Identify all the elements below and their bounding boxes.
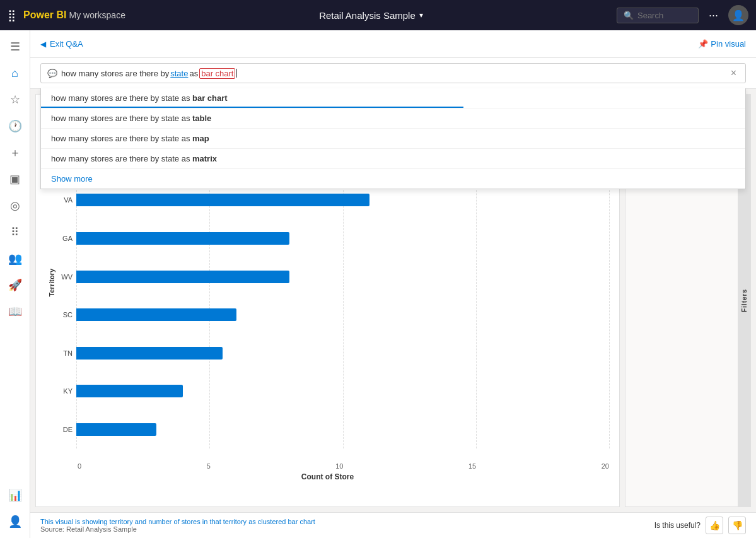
x-tick-3: 15 [468,462,476,470]
favorites-icon[interactable]: ☆ [4,88,26,111]
qa-input-wrapper[interactable]: 💬 how many stores are there by state as … [40,63,746,83]
autocomplete-item-barchart[interactable]: how many stores are there by state as ba… [41,88,745,108]
bar-track-de [76,423,609,436]
qa-blue-text: state [170,69,188,78]
bar-row-wv: WV [57,257,609,296]
title-chevron-icon[interactable]: ▾ [419,11,423,20]
show-more-button[interactable]: Show more [41,169,745,189]
x-tick-4: 20 [602,462,609,470]
search-input[interactable] [637,11,694,20]
x-tick-2: 10 [335,462,343,470]
qa-prefix-text: how many stores are there by [61,69,169,78]
hamburger-menu-icon[interactable]: ☰ [4,35,26,58]
qa-suffix-text: as [189,69,198,78]
left-sidebar: ☰ ⌂ ☆ 🕐 ＋ ▣ ◎ ⠿ 👥 🚀 📖 📊 👤 [0,30,30,538]
qa-bubble-icon: 💬 [47,69,57,78]
y-axis-label: Territory [48,269,55,296]
autocomplete-prefix-1: how many stores are there by state as [51,114,192,123]
bar-track-tn [76,347,609,360]
bar-fill-tn [76,347,223,360]
footer-source: Source: Retail Analysis Sample [40,525,315,533]
autocomplete-prefix-0: how many stores are there by state as [51,93,192,103]
avatar[interactable]: 👤 [728,5,748,25]
back-chevron-icon: ◀ [40,40,46,49]
x-axis-labels: 0 5 10 15 20 [78,461,609,470]
autocomplete-prefix-2: how many stores are there by state as [51,134,192,143]
footer-feedback: Is this useful? 👍 👎 [654,517,746,534]
bar-fill-ky [76,385,183,397]
bar-row-tn: TN [57,334,609,372]
thumbs-down-button[interactable]: 👎 [728,517,746,534]
brand-area: Power BI My workspace [23,9,125,21]
pin-icon: 📌 [698,39,708,49]
bar-label-wv: WV [57,273,73,281]
report-title[interactable]: Retail Analysis Sample [319,10,416,21]
apps-icon[interactable]: ⠿ [4,221,26,243]
footer: This visual is showing territory and num… [30,512,756,538]
nav-right-area: 🔍 ··· 👤 [617,5,748,25]
filters-panel-label: Filters [741,289,748,312]
feedback-label: Is this useful? [654,521,701,530]
bar-row-sc: SC [57,296,609,334]
browse-icon[interactable]: ▣ [4,168,26,190]
main-layout: ☰ ⌂ ☆ 🕐 ＋ ▣ ◎ ⠿ 👥 🚀 📖 📊 👤 ◀ Exit Q&A 📌 P… [0,30,756,538]
powerbi-logo: Power BI [23,9,66,21]
bar-label-tn: TN [57,349,73,357]
autocomplete-prefix-3: how many stores are there by state as [51,154,192,163]
autocomplete-item-table[interactable]: how many stores are there by state as ta… [41,108,745,129]
bar-label-va: VA [57,196,73,204]
main-content: ◀ Exit Q&A 📌 Pin visual 💬 how many store… [30,30,756,538]
search-icon: 🔍 [624,11,634,20]
pin-visual-label: Pin visual [711,39,746,49]
create-icon[interactable]: ＋ [4,141,26,164]
autocomplete-item-map[interactable]: how many stores are there by state as ma… [41,129,745,149]
bar-row-ky: KY [57,372,609,411]
bar-fill-ga [76,232,289,245]
bar-row-ga: GA [57,219,609,258]
bar-label-sc: SC [57,311,73,319]
qna-bar: ◀ Exit Q&A 📌 Pin visual [30,30,756,58]
bar-fill-de [76,423,156,436]
waffle-menu-icon[interactable]: ⣿ [8,8,16,22]
qa-input-area: 💬 how many stores are there by state as … [30,58,756,89]
autocomplete-bold-2: map [192,134,209,143]
search-box[interactable]: 🔍 [617,8,699,23]
people-icon[interactable]: 👥 [4,247,26,270]
bar-label-de: DE [57,426,73,433]
x-axis-label: Count of Store [46,472,609,481]
workspace-label[interactable]: My workspace [69,10,125,20]
progress-line [41,107,463,108]
footer-description: This visual is showing territory and num… [40,518,315,525]
goals-icon[interactable]: ◎ [4,194,26,217]
pin-visual-button[interactable]: 📌 Pin visual [698,39,746,49]
data-hub-icon[interactable]: 📖 [4,300,26,323]
learn-icon[interactable]: 🚀 [4,274,26,296]
x-tick-0: 0 [78,462,81,470]
bar-track-ky [76,385,609,397]
bar-fill-va [76,194,369,206]
bar-fill-wv [76,271,289,283]
thumbs-up-button[interactable]: 👍 [706,517,723,534]
x-tick-1: 5 [207,462,211,470]
qa-clear-button[interactable]: × [728,67,739,79]
bar-track-sc [76,308,609,321]
autocomplete-item-matrix[interactable]: how many stores are there by state as ma… [41,149,745,169]
qa-highlighted-text: bar chart [199,68,235,79]
home-icon[interactable]: ⌂ [4,62,26,85]
account-icon[interactable]: 👤 [4,510,26,533]
metrics-icon[interactable]: 📊 [4,484,26,506]
exit-qna-button[interactable]: ◀ Exit Q&A [40,39,83,49]
recent-icon[interactable]: 🕐 [4,115,26,137]
autocomplete-bold-0: bar chart [192,93,228,103]
bar-fill-sc [76,308,236,321]
footer-info: This visual is showing territory and num… [40,518,315,533]
qa-input-display: how many stores are there by state as ba… [61,68,724,79]
title-area: Retail Analysis Sample ▾ [133,10,609,21]
more-options-button[interactable]: ··· [704,6,723,25]
exit-qna-label: Exit Q&A [50,39,83,49]
bar-track-wv [76,271,609,283]
bar-track-ga [76,232,609,245]
top-navigation: ⣿ Power BI My workspace Retail Analysis … [0,0,756,30]
autocomplete-dropdown: how many stores are there by state as ba… [40,88,746,189]
bar-track-va [76,194,609,206]
